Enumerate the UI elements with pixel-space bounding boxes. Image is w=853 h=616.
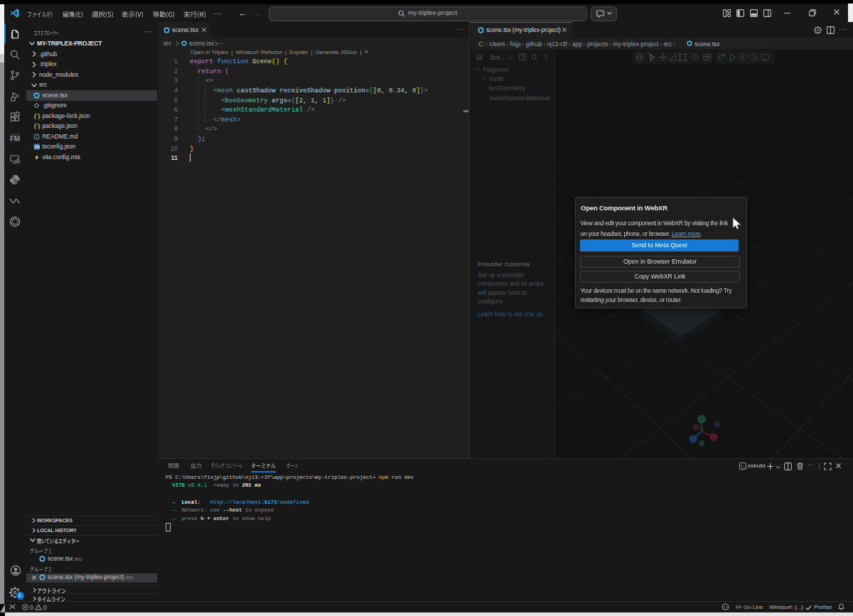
svg-text:TS: TS	[35, 145, 40, 149]
svg-text:{}: {}	[33, 124, 41, 130]
svg-text:{}: {}	[33, 113, 41, 119]
svg-text:?: ?	[751, 54, 754, 60]
svg-text:FM: FM	[10, 135, 20, 143]
